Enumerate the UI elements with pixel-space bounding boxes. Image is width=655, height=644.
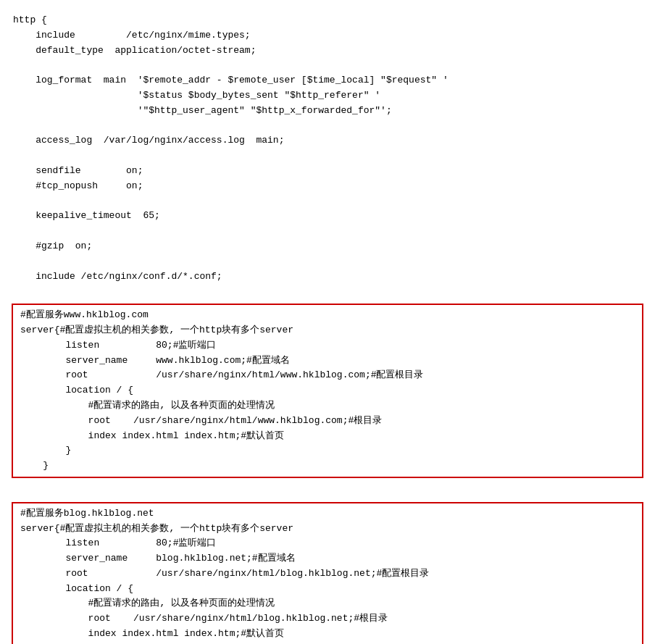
code-line-include-confd: include /etc/nginx/conf.d/*.conf;	[12, 269, 643, 285]
code-line-access-log: access_log /var/log/nginx/access.log mai…	[12, 133, 643, 149]
code-line-tcp-nopush: #tcp_nopush on;	[12, 179, 643, 194]
code-line-server2-listen: listen 80;#监听端口	[19, 536, 636, 551]
code-line-server1-close: }	[19, 459, 636, 474]
code-line-server1-listen: listen 80;#监听端口	[19, 338, 636, 354]
code-line-empty4	[12, 194, 643, 209]
code-line-empty7	[12, 284, 643, 299]
code-line-server2-location-comment: #配置请求的路由, 以及各种页面的处理情况	[19, 596, 636, 611]
code-line-empty3	[12, 149, 643, 164]
code-line-empty2	[12, 119, 643, 134]
code-line-server2-root: root /usr/share/nginx/html/blog.hklblog.…	[19, 566, 636, 582]
code-line-empty6	[12, 254, 643, 269]
server-block-2: #配置服务blog.hklblog.net server{#配置虚拟主机的相关参…	[12, 502, 643, 644]
code-line-server1-name: server_name www.hklblog.com;#配置域名	[19, 354, 636, 369]
code-line-log-format2: '$status $body_bytes_sent "$http_referer…	[12, 88, 643, 104]
code-line-default-type: default_type application/octet-stream;	[12, 43, 643, 59]
code-line-server1-location-comment: #配置请求的路由, 以及各种页面的处理情况	[19, 398, 636, 414]
code-line-server1-root: root /usr/share/nginx/html/www.hklblog.c…	[19, 368, 636, 383]
code-container: http { include /etc/nginx/mime.types; de…	[0, 7, 655, 644]
code-line-server1-location-index: index index.html index.htm;#默认首页	[19, 429, 636, 444]
code-line-server1-open: server{#配置虚拟主机的相关参数, 一个http块有多个server	[19, 323, 636, 338]
code-line-keepalive: keepalive_timeout 65;	[12, 209, 643, 224]
code-line-server1-location-open: location / {	[19, 383, 636, 398]
code-line-server2-name: server_name blog.hklblog.net;#配置域名	[19, 551, 636, 566]
code-line-server1-location-close: }	[19, 443, 636, 459]
code-line-comment2: #配置服务blog.hklblog.net	[19, 506, 636, 522]
code-line-sendfile: sendfile on;	[12, 164, 643, 179]
code-line-server2-location-index: index index.html index.htm;#默认首页	[19, 627, 636, 642]
code-line-server2-location-open: location / {	[19, 582, 636, 597]
code-line-http: http {	[12, 13, 643, 28]
code-line-log-format1: log_format main '$remote_addr - $remote_…	[12, 73, 643, 88]
code-line-comment1: #配置服务www.hklblog.com	[19, 308, 636, 323]
code-line-log-format3: '"$http_user_agent" "$http_x_forwarded_f…	[12, 104, 643, 119]
server-block-1: #配置服务www.hklblog.com server{#配置虚拟主机的相关参数…	[12, 304, 643, 478]
code-line-empty8	[12, 482, 643, 498]
code-line-server2-location-root: root /usr/share/nginx/html/blog.hklblog.…	[19, 611, 636, 627]
code-line-include: include /etc/nginx/mime.types;	[12, 28, 643, 43]
code-line-empty5	[12, 224, 643, 239]
code-line-server1-location-root: root /usr/share/nginx/html/www.hklblog.c…	[19, 414, 636, 429]
code-line-empty1	[12, 58, 643, 73]
code-line-gzip: #gzip on;	[12, 239, 643, 254]
code-line-server2-open: server{#配置虚拟主机的相关参数, 一个http块有多个server	[19, 522, 636, 537]
